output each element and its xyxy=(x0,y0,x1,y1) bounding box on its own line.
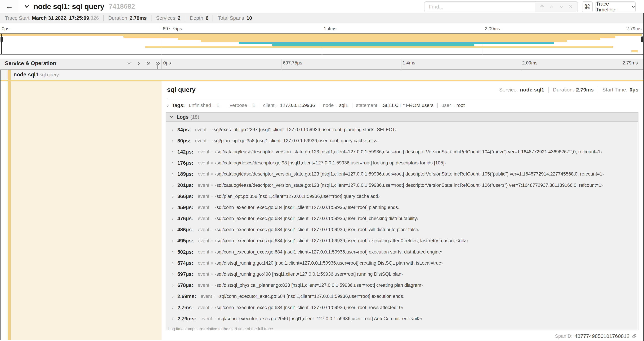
detail-header-row: sql query Service:node sql1 Duration:2.7… xyxy=(167,85,638,95)
log-row[interactable]: ›678μs:event=‹sql/distsql_physical_plann… xyxy=(166,280,638,291)
log-row[interactable]: ›2.7ms:event=‹sql/conn_executor_exec.go:… xyxy=(166,302,638,313)
log-row[interactable]: ›176μs:event=‹sql/catalog/descs/descript… xyxy=(166,158,638,169)
deep-link-icon[interactable] xyxy=(632,333,637,339)
log-row[interactable]: ›502μs:event=‹sql/conn_executor_exec.go:… xyxy=(166,246,638,257)
stat-value: 2.79ms xyxy=(130,15,147,21)
search-input[interactable]: Find... xyxy=(424,2,534,12)
minimap-left-scrubber[interactable] xyxy=(2,34,2,54)
service-operation-header: Service & Operation xyxy=(5,60,56,67)
back-button[interactable]: ← xyxy=(0,0,19,13)
equals-sign: = xyxy=(276,103,278,108)
open-quote: ‹ xyxy=(215,160,216,166)
trace-view-selector[interactable]: Trace Timeline xyxy=(596,2,636,12)
log-field-key: event xyxy=(201,294,212,299)
span-detail-card: sql query Service:node sql1 Duration:2.7… xyxy=(162,81,644,340)
minimap-canvas[interactable] xyxy=(0,33,644,55)
detail-bottom-border xyxy=(0,339,644,340)
scrubber-grip[interactable] xyxy=(641,36,643,42)
equals-sign: = xyxy=(379,103,381,108)
log-row[interactable]: ›34μs:event=‹sql/exec_util.go:2297 [nsql… xyxy=(166,124,638,135)
open-quote: ‹ xyxy=(215,260,216,266)
chevron-right-icon: › xyxy=(172,305,174,310)
ruler-tick-label: 0μs xyxy=(163,60,171,66)
log-timestamp: 2.79ms: xyxy=(178,316,196,321)
open-quote: ‹ xyxy=(215,249,216,255)
log-row[interactable]: ›142μs:event=‹sql/catalog/lease/descript… xyxy=(166,146,638,157)
log-row[interactable]: ›366μs:event=‹sql/plan_opt.go:358 [nsql1… xyxy=(166,191,638,202)
minimap-tick-label: 1.4ms xyxy=(324,26,336,32)
log-timestamp: 459μs: xyxy=(178,205,193,210)
chevron-right-icon: › xyxy=(172,149,174,155)
log-field-key: event xyxy=(198,194,209,199)
log-row[interactable]: ›597μs:event=‹sql/distsql_running.go:498… xyxy=(166,269,638,280)
equals-sign: = xyxy=(335,103,338,108)
scrubber-grip[interactable] xyxy=(0,36,2,42)
chevron-right-icon: › xyxy=(172,227,174,232)
locate-icon[interactable] xyxy=(540,4,545,9)
equals-sign: = xyxy=(212,103,215,108)
log-timestamp: 476μs: xyxy=(178,216,193,221)
equals-sign: = xyxy=(211,150,213,154)
minimap-span-bar xyxy=(631,50,638,52)
clear-search-icon[interactable] xyxy=(568,4,573,9)
log-field-value: sql/conn_executor_exec.go:684 [nsql1,cli… xyxy=(216,216,417,221)
log-field-value: sql/catalog/lease/descriptor_version_sta… xyxy=(216,171,602,177)
equals-sign: = xyxy=(211,283,213,288)
chevron-right-icon: › xyxy=(172,127,174,132)
stat-value: 2 xyxy=(178,15,180,21)
log-field-value: sql/conn_executor_exec.go:684 [nsql1,cli… xyxy=(216,305,402,310)
log-row[interactable]: ›486μs:event=‹sql/conn_executor_exec.go:… xyxy=(166,224,638,235)
back-arrow-icon: ← xyxy=(6,2,13,11)
span-row[interactable]: node sql1 sql query xyxy=(0,70,644,80)
collapse-one-icon[interactable] xyxy=(126,61,132,67)
stat-value: 10 xyxy=(246,15,252,21)
log-field-key: event xyxy=(198,238,209,243)
column-resizer[interactable] xyxy=(157,65,159,69)
tags-label: Tags: xyxy=(172,103,185,108)
close-quote: › xyxy=(378,194,380,199)
chevron-right-icon: › xyxy=(172,260,174,266)
minimap-tick-label: 2.79ms xyxy=(626,26,642,32)
close-quote: › xyxy=(421,283,423,288)
next-match-icon[interactable] xyxy=(559,4,564,9)
scrollbar[interactable] xyxy=(643,13,644,341)
log-row[interactable]: ›201μs:event=‹sql/catalog/lease/descript… xyxy=(166,180,638,191)
minimap-right-scrubber[interactable] xyxy=(642,34,642,54)
equals-sign: = xyxy=(211,272,213,276)
log-row[interactable]: ›80μs:event=‹sql/plan_opt.go:358 [nsql1,… xyxy=(166,135,638,146)
log-row[interactable]: ›2.79ms:event=‹sql/conn_executor_exec.go… xyxy=(166,313,638,324)
close-quote: › xyxy=(444,160,446,166)
expand-one-icon[interactable] xyxy=(136,61,142,67)
log-row[interactable]: ›2.69ms:event=‹sql/conn_executor_exec.go… xyxy=(166,291,638,302)
log-row[interactable]: ›476μs:event=‹sql/conn_executor_exec.go:… xyxy=(166,213,638,224)
log-row[interactable]: ›189μs:event=‹sql/catalog/lease/descript… xyxy=(166,169,638,180)
prev-match-icon[interactable] xyxy=(549,4,554,9)
collapser-controls xyxy=(126,61,161,67)
start-time-label: Start Time: xyxy=(602,87,628,93)
log-row[interactable]: ›495μs:event=‹sql/conn_executor_exec.go:… xyxy=(166,235,638,246)
tag-key: user xyxy=(442,103,451,108)
close-quote: › xyxy=(395,127,396,132)
span-color-swatch xyxy=(8,70,11,80)
chevron-down-icon[interactable] xyxy=(24,4,30,9)
detail-left-gutter xyxy=(0,81,8,340)
log-field-key: event xyxy=(198,160,209,166)
stat-value: 6 xyxy=(206,15,208,21)
logs-accordion-header[interactable]: Logs (18) xyxy=(166,113,638,122)
span-operation-name[interactable]: sql query xyxy=(40,72,59,78)
collapse-all-icon[interactable] xyxy=(146,61,151,67)
span-service-name[interactable]: node sql1 xyxy=(14,72,38,78)
tag-key: node xyxy=(323,103,334,108)
detail-name-column-fill xyxy=(11,81,162,340)
detail-divider xyxy=(167,99,638,99)
duration-value: 2.79ms xyxy=(576,87,594,93)
tags-accordion[interactable]: › Tags: _unfinished=1 _verbose=1 client=… xyxy=(167,101,638,110)
tag-key: _unfinished xyxy=(186,103,211,108)
keyboard-shortcuts-button[interactable]: ⌘ xyxy=(582,2,593,12)
log-row[interactable]: ›459μs:event=‹sql/conn_executor_exec.go:… xyxy=(166,202,638,213)
chevron-right-icon: › xyxy=(172,283,174,288)
equals-sign: = xyxy=(211,305,213,310)
chevron-right-icon: › xyxy=(172,171,174,177)
log-row[interactable]: ›574μs:event=‹sql/distsql_running.go:142… xyxy=(166,257,638,269)
log-field-value: sql/conn_executor_exec.go:684 [nsql1,cli… xyxy=(216,238,466,243)
